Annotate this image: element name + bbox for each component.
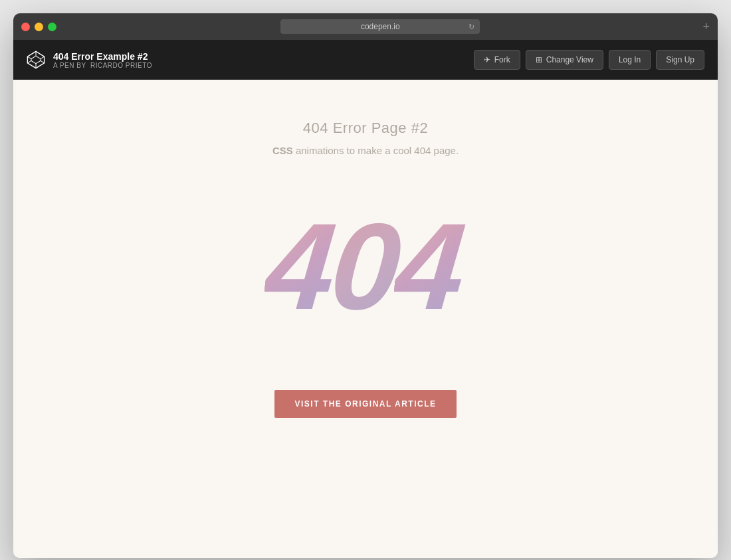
browser-address-bar: 🔒 ↻: [64, 19, 696, 34]
subtitle-pre: A PEN BY: [53, 62, 86, 69]
error-display: 4 0 4: [266, 196, 465, 337]
minimize-button[interactable]: [35, 23, 43, 31]
page-content: 404 Error Page #2 CSS animations to make…: [13, 80, 718, 558]
address-bar-container: 🔒 ↻: [280, 19, 480, 34]
change-view-icon: ⊞: [536, 55, 542, 64]
visit-article-button[interactable]: VISIT THE ORiGiNAL ARTICLE: [274, 390, 456, 418]
codepen-left: 404 Error Example #2 A PEN BY Ricardo Pr…: [27, 50, 152, 69]
browser-window: 🔒 ↻ + 404 Error Example #2: [13, 13, 718, 558]
svg-line-4: [41, 56, 45, 59]
fork-button[interactable]: ✈ Fork: [474, 50, 520, 70]
page-title: 404 Error Page #2: [303, 120, 428, 137]
svg-line-7: [27, 60, 31, 63]
svg-marker-1: [31, 56, 41, 63]
codepen-pen-title: 404 Error Example #2: [53, 51, 152, 62]
change-view-label: Change View: [546, 55, 593, 64]
codepen-header: 404 Error Example #2 A PEN BY Ricardo Pr…: [13, 40, 718, 80]
browser-top-bar: 🔒 ↻ +: [13, 13, 718, 40]
signup-button[interactable]: Sign Up: [656, 50, 704, 70]
codepen-pen-author: A PEN BY Ricardo Prieto: [53, 62, 152, 69]
svg-line-5: [27, 56, 31, 59]
subtitle-rest: animations to make a cool 404 page.: [293, 145, 459, 156]
browser-controls: [21, 23, 56, 31]
fork-label: Fork: [494, 55, 510, 64]
login-label: Log In: [619, 55, 641, 64]
login-button[interactable]: Log In: [609, 50, 651, 70]
maximize-button[interactable]: [48, 23, 56, 31]
refresh-icon[interactable]: ↻: [469, 23, 474, 31]
page-subtitle: CSS animations to make a cool 404 page.: [272, 145, 459, 156]
subtitle-css: CSS: [272, 145, 293, 156]
svg-line-6: [41, 60, 45, 63]
digit-four-right: 4: [390, 196, 470, 337]
codepen-right: ✈ Fork ⊞ Change View Log In Sign Up: [474, 50, 704, 70]
author-name: Ricardo Prieto: [90, 62, 152, 69]
new-tab-button[interactable]: +: [702, 20, 710, 34]
change-view-button[interactable]: ⊞ Change View: [526, 50, 603, 70]
codepen-title-block: 404 Error Example #2 A PEN BY Ricardo Pr…: [53, 51, 152, 69]
signup-label: Sign Up: [666, 55, 694, 64]
fork-icon: ✈: [484, 55, 490, 64]
codepen-logo-icon: [27, 50, 45, 69]
address-input[interactable]: [280, 19, 480, 34]
close-button[interactable]: [21, 23, 30, 31]
